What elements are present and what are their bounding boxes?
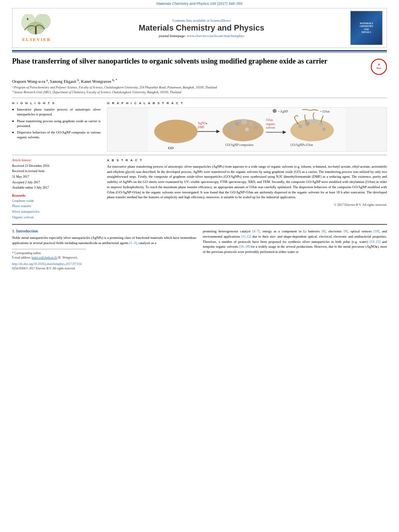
journal-cover: MATERIALSCHEMISTRYANDPHYSICS [350,11,383,45]
footnote-corresponding: * Corresponding author. E-mail address: … [12,251,196,260]
journal-cover-area: MATERIALSCHEMISTRYANDPHYSICS [346,11,383,45]
revised-date: 31 May 2017 [12,174,101,180]
svg-text:GO: GO [168,146,174,150]
elsevier-brand-text: ELSEVIER [22,37,51,42]
issn-line: 0254-0584/© 2017 Elsevier B.V. All right… [12,267,196,270]
graphical-abstract-column: G R A P H I C A L A B S T R A C T = AgNP… [107,101,387,152]
keywords-label: Keywords: [12,194,101,197]
elsevier-logo-area: ELSEVIER [16,14,57,42]
footnote-email-line: E-mail address: kanet.w@chula.ac.th (K. … [12,255,196,260]
cover-title-text: MATERIALSCHEMISTRYANDPHYSICS [360,22,373,34]
svg-point-18 [235,121,240,126]
highlights-heading: H I G H L I G H T S [12,101,101,105]
keyword-2: Phase transfer [12,203,101,209]
svg-point-32 [311,119,317,124]
author-3: Kanet Wongravee b, * [81,79,117,84]
affiliations: ᵃ Program of Petrochemistry and Polymer … [12,85,387,94]
svg-rect-4 [35,26,37,34]
svg-point-11 [155,120,196,141]
author-email[interactable]: kanet.w@chula.ac.th [32,256,57,259]
svg-point-31 [305,121,310,126]
header-divider-thick [12,50,387,51]
footnote-divider [12,249,86,249]
main-body-divider [12,224,387,225]
graphical-abstract-svg: = AgNP = OAm GO AgNO₃ DMF [107,108,387,151]
journal-title-area: Contents lists available at ScienceDirec… [57,18,346,38]
keyword-4: Organic solvent [12,215,101,220]
crossmark-icon: ✕Mark [376,64,381,70]
keyword-3: Silver nanoparticles [12,209,101,215]
article-content: Phase transferring of silver nanoparticl… [0,53,399,274]
article-title-row: Phase transferring of silver nanoparticl… [12,57,387,75]
journal-homepage-line: journal homepage: www.elsevier.com/locat… [57,34,346,38]
svg-text:AgNO₃: AgNO₃ [197,121,207,125]
keywords-section: Keywords: Graphene oxide Phase transfer … [12,194,101,220]
highlights-column: H I G H L I G H T S Innovative phase tra… [12,101,101,152]
intro-left-col: 1. Introduction Noble metal nanoparticle… [12,229,196,270]
available-date: Available online 3 July 2017 [12,185,101,191]
authors-line: Oraporn Wong-u-ra a, Sanong Ekgasit b, K… [12,78,387,84]
article-info-abstract-section: Article history: Received 23 December 20… [12,158,387,220]
journal-top-citation: Materials Chemistry and Physics 199 (201… [0,0,399,6]
article-info-column: Article history: Received 23 December 20… [12,158,101,220]
svg-text:solvent: solvent [266,126,275,129]
svg-text:GO/AgNPs-OAm: GO/AgNPs-OAm [290,143,313,147]
svg-text:= AgNP: = AgNP [278,110,288,113]
svg-point-30 [298,124,302,128]
svg-text:organic: organic [266,122,276,126]
homepage-url[interactable]: www.elsevier.com/locate/matchemphys [187,34,244,38]
affil-b: ᵇ Sensor Research Unit (SRU), Department… [12,90,387,94]
graphical-abstract-heading: G R A P H I C A L A B S T R A C T [107,101,387,105]
section-divider-2 [12,155,387,155]
journal-title: Materials Chemistry and Physics [57,23,346,33]
svg-text:= OAm: = OAm [320,110,330,113]
svg-text:GO/AgNP composites: GO/AgNP composites [225,143,253,147]
svg-point-7 [273,109,277,113]
article-dates: Received 23 December 2016 Received in re… [12,163,101,191]
highlights-graphical-section: H I G H L I G H T S Innovative phase tra… [12,101,387,152]
crossmark-badge[interactable]: ✕Mark [371,59,387,75]
received-date: Received 23 December 2016 [12,163,101,169]
abstract-column: A B S T R A C T An innovative phase tran… [107,158,387,220]
elsevier-logo: ELSEVIER [16,14,57,42]
introduction-section: 1. Introduction Noble metal nanoparticle… [12,229,387,270]
highlight-item-2: Phase transferring process using graphen… [12,119,101,129]
intro-section-title: 1. Introduction [12,229,196,233]
graphical-abstract-image: = AgNP = OAm GO AgNO₃ DMF [107,107,387,152]
accepted-date: Accepted 2 July 2017 [12,180,101,185]
elsevier-tree-icon [21,14,53,36]
highlight-item-1: Innovative phase transfer process of ani… [12,107,101,117]
author-2: Sanong Ekgasit b [50,79,79,84]
author-1: Oraporn Wong-u-ra a [12,79,48,84]
highlight-item-3: Dispersive behaviors of the GO/AgNP comp… [12,130,101,140]
article-title: Phase transferring of silver nanoparticl… [12,57,327,66]
sciencedirect-ref[interactable]: Contents lists available at ScienceDirec… [57,18,346,23]
intro-text-right: promising heterogeneous catalyst [4–7], … [203,229,387,255]
keyword-1: Graphene oxide [12,198,101,204]
svg-point-22 [234,129,237,133]
doi-link[interactable]: http://dx.doi.org/10.1016/j.matchemphys.… [12,262,196,266]
svg-text:DMF: DMF [197,125,205,129]
journal-header: ELSEVIER Contents lists available at Sci… [12,8,387,48]
svg-point-20 [249,122,253,126]
svg-point-19 [241,119,247,124]
copyright-line: © 2017 Elsevier B.V. All rights reserved… [107,203,387,207]
svg-point-17 [229,124,233,128]
highlights-list: Innovative phase transfer process of ani… [12,107,101,140]
affil-a: ᵃ Program of Petrochemistry and Polymer … [12,85,387,90]
svg-point-21 [255,126,258,129]
svg-point-33 [319,122,323,126]
svg-text:OAm: OAm [266,118,273,122]
intro-text-left: Noble metal nanoparticles especially sil… [12,235,196,246]
abstract-text: An innovative phase transferring process… [107,164,387,200]
revised-label: Received in revised form [12,168,101,174]
article-history-label: Article history: [12,158,101,162]
intro-right-col: promising heterogeneous catalyst [4–7], … [203,229,387,270]
abstract-heading: A B S T R A C T [107,158,387,162]
svg-point-34 [323,127,326,131]
svg-point-23 [245,127,249,131]
section-divider-1 [12,98,387,98]
